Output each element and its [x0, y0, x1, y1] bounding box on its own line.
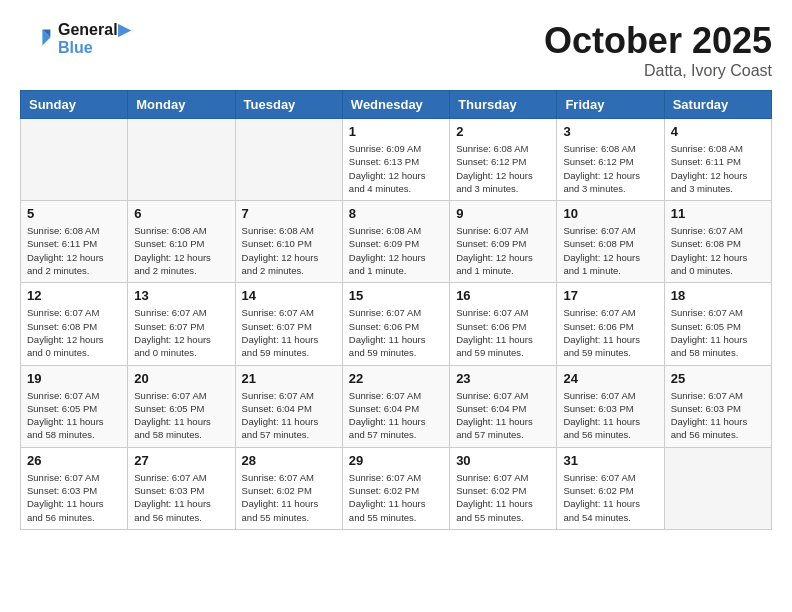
calendar-day-cell: 31Sunrise: 6:07 AMSunset: 6:02 PMDayligh… [557, 447, 664, 529]
day-number: 8 [349, 206, 443, 221]
day-number: 5 [27, 206, 121, 221]
day-info: Sunrise: 6:07 AMSunset: 6:04 PMDaylight:… [242, 389, 336, 442]
day-info: Sunrise: 6:07 AMSunset: 6:08 PMDaylight:… [27, 306, 121, 359]
day-info: Sunrise: 6:07 AMSunset: 6:06 PMDaylight:… [456, 306, 550, 359]
day-number: 6 [134, 206, 228, 221]
calendar-day-cell: 7Sunrise: 6:08 AMSunset: 6:10 PMDaylight… [235, 201, 342, 283]
day-info: Sunrise: 6:08 AMSunset: 6:09 PMDaylight:… [349, 224, 443, 277]
day-number: 18 [671, 288, 765, 303]
day-info: Sunrise: 6:08 AMSunset: 6:10 PMDaylight:… [134, 224, 228, 277]
day-info: Sunrise: 6:07 AMSunset: 6:03 PMDaylight:… [27, 471, 121, 524]
day-number: 2 [456, 124, 550, 139]
calendar-day-cell [235, 119, 342, 201]
calendar-day-cell [21, 119, 128, 201]
day-info: Sunrise: 6:07 AMSunset: 6:02 PMDaylight:… [456, 471, 550, 524]
day-number: 7 [242, 206, 336, 221]
day-number: 1 [349, 124, 443, 139]
month-title: October 2025 [544, 20, 772, 62]
calendar-day-cell [664, 447, 771, 529]
calendar-day-cell: 26Sunrise: 6:07 AMSunset: 6:03 PMDayligh… [21, 447, 128, 529]
logo: General▶ Blue [20, 20, 130, 57]
day-number: 28 [242, 453, 336, 468]
calendar-day-cell [128, 119, 235, 201]
calendar-table: SundayMondayTuesdayWednesdayThursdayFrid… [20, 90, 772, 530]
calendar-day-cell: 19Sunrise: 6:07 AMSunset: 6:05 PMDayligh… [21, 365, 128, 447]
day-of-week-header: Wednesday [342, 91, 449, 119]
logo-icon [20, 23, 52, 55]
day-info: Sunrise: 6:07 AMSunset: 6:07 PMDaylight:… [242, 306, 336, 359]
calendar-week-row: 19Sunrise: 6:07 AMSunset: 6:05 PMDayligh… [21, 365, 772, 447]
day-number: 3 [563, 124, 657, 139]
day-info: Sunrise: 6:07 AMSunset: 6:04 PMDaylight:… [349, 389, 443, 442]
day-number: 27 [134, 453, 228, 468]
calendar-day-cell: 4Sunrise: 6:08 AMSunset: 6:11 PMDaylight… [664, 119, 771, 201]
day-of-week-header: Tuesday [235, 91, 342, 119]
day-number: 29 [349, 453, 443, 468]
calendar-day-cell: 16Sunrise: 6:07 AMSunset: 6:06 PMDayligh… [450, 283, 557, 365]
calendar-day-cell: 5Sunrise: 6:08 AMSunset: 6:11 PMDaylight… [21, 201, 128, 283]
day-number: 17 [563, 288, 657, 303]
location: Datta, Ivory Coast [544, 62, 772, 80]
day-info: Sunrise: 6:07 AMSunset: 6:05 PMDaylight:… [27, 389, 121, 442]
day-of-week-header: Friday [557, 91, 664, 119]
day-info: Sunrise: 6:08 AMSunset: 6:12 PMDaylight:… [456, 142, 550, 195]
page-header: General▶ Blue October 2025 Datta, Ivory … [20, 20, 772, 80]
day-number: 24 [563, 371, 657, 386]
day-number: 11 [671, 206, 765, 221]
day-number: 13 [134, 288, 228, 303]
day-info: Sunrise: 6:07 AMSunset: 6:08 PMDaylight:… [671, 224, 765, 277]
day-number: 20 [134, 371, 228, 386]
day-of-week-header: Thursday [450, 91, 557, 119]
day-number: 26 [27, 453, 121, 468]
day-info: Sunrise: 6:07 AMSunset: 6:09 PMDaylight:… [456, 224, 550, 277]
day-info: Sunrise: 6:07 AMSunset: 6:03 PMDaylight:… [671, 389, 765, 442]
calendar-day-cell: 12Sunrise: 6:07 AMSunset: 6:08 PMDayligh… [21, 283, 128, 365]
calendar-day-cell: 13Sunrise: 6:07 AMSunset: 6:07 PMDayligh… [128, 283, 235, 365]
calendar-week-row: 1Sunrise: 6:09 AMSunset: 6:13 PMDaylight… [21, 119, 772, 201]
calendar-day-cell: 2Sunrise: 6:08 AMSunset: 6:12 PMDaylight… [450, 119, 557, 201]
calendar-day-cell: 9Sunrise: 6:07 AMSunset: 6:09 PMDaylight… [450, 201, 557, 283]
day-info: Sunrise: 6:07 AMSunset: 6:08 PMDaylight:… [563, 224, 657, 277]
calendar-day-cell: 20Sunrise: 6:07 AMSunset: 6:05 PMDayligh… [128, 365, 235, 447]
calendar-day-cell: 23Sunrise: 6:07 AMSunset: 6:04 PMDayligh… [450, 365, 557, 447]
calendar-day-cell: 21Sunrise: 6:07 AMSunset: 6:04 PMDayligh… [235, 365, 342, 447]
day-info: Sunrise: 6:07 AMSunset: 6:02 PMDaylight:… [563, 471, 657, 524]
day-number: 31 [563, 453, 657, 468]
day-info: Sunrise: 6:07 AMSunset: 6:06 PMDaylight:… [349, 306, 443, 359]
day-info: Sunrise: 6:07 AMSunset: 6:04 PMDaylight:… [456, 389, 550, 442]
day-of-week-header: Sunday [21, 91, 128, 119]
calendar-week-row: 26Sunrise: 6:07 AMSunset: 6:03 PMDayligh… [21, 447, 772, 529]
calendar-day-cell: 28Sunrise: 6:07 AMSunset: 6:02 PMDayligh… [235, 447, 342, 529]
logo-text: General▶ Blue [58, 20, 130, 57]
day-number: 23 [456, 371, 550, 386]
day-number: 9 [456, 206, 550, 221]
calendar-day-cell: 14Sunrise: 6:07 AMSunset: 6:07 PMDayligh… [235, 283, 342, 365]
calendar-day-cell: 11Sunrise: 6:07 AMSunset: 6:08 PMDayligh… [664, 201, 771, 283]
calendar-day-cell: 30Sunrise: 6:07 AMSunset: 6:02 PMDayligh… [450, 447, 557, 529]
day-info: Sunrise: 6:08 AMSunset: 6:11 PMDaylight:… [671, 142, 765, 195]
day-info: Sunrise: 6:07 AMSunset: 6:05 PMDaylight:… [134, 389, 228, 442]
day-number: 21 [242, 371, 336, 386]
day-number: 30 [456, 453, 550, 468]
title-block: October 2025 Datta, Ivory Coast [544, 20, 772, 80]
calendar-day-cell: 24Sunrise: 6:07 AMSunset: 6:03 PMDayligh… [557, 365, 664, 447]
day-info: Sunrise: 6:07 AMSunset: 6:02 PMDaylight:… [349, 471, 443, 524]
calendar-day-cell: 15Sunrise: 6:07 AMSunset: 6:06 PMDayligh… [342, 283, 449, 365]
day-info: Sunrise: 6:07 AMSunset: 6:03 PMDaylight:… [563, 389, 657, 442]
day-number: 16 [456, 288, 550, 303]
day-info: Sunrise: 6:07 AMSunset: 6:07 PMDaylight:… [134, 306, 228, 359]
day-info: Sunrise: 6:07 AMSunset: 6:03 PMDaylight:… [134, 471, 228, 524]
calendar-day-cell: 27Sunrise: 6:07 AMSunset: 6:03 PMDayligh… [128, 447, 235, 529]
calendar-day-cell: 22Sunrise: 6:07 AMSunset: 6:04 PMDayligh… [342, 365, 449, 447]
calendar-day-cell: 8Sunrise: 6:08 AMSunset: 6:09 PMDaylight… [342, 201, 449, 283]
day-number: 12 [27, 288, 121, 303]
day-info: Sunrise: 6:07 AMSunset: 6:02 PMDaylight:… [242, 471, 336, 524]
day-number: 19 [27, 371, 121, 386]
calendar-day-cell: 6Sunrise: 6:08 AMSunset: 6:10 PMDaylight… [128, 201, 235, 283]
day-info: Sunrise: 6:08 AMSunset: 6:12 PMDaylight:… [563, 142, 657, 195]
calendar-day-cell: 17Sunrise: 6:07 AMSunset: 6:06 PMDayligh… [557, 283, 664, 365]
day-info: Sunrise: 6:07 AMSunset: 6:06 PMDaylight:… [563, 306, 657, 359]
day-of-week-header: Saturday [664, 91, 771, 119]
calendar-day-cell: 29Sunrise: 6:07 AMSunset: 6:02 PMDayligh… [342, 447, 449, 529]
calendar-header-row: SundayMondayTuesdayWednesdayThursdayFrid… [21, 91, 772, 119]
